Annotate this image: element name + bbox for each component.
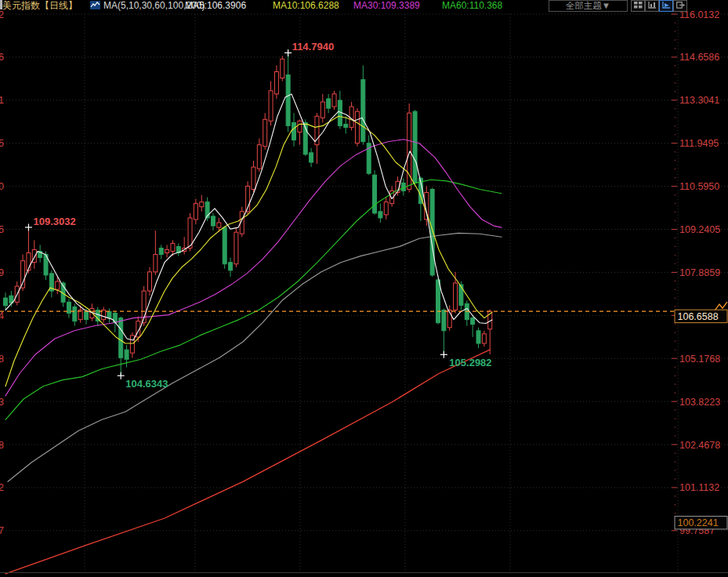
down-candle <box>67 299 71 318</box>
down-candle <box>229 258 233 277</box>
annotations: 109.3032114.7940104.6343105.2982 <box>25 41 492 390</box>
candle-body <box>384 202 388 215</box>
alert-price-label-value: 100.2241 <box>678 517 719 528</box>
extreme-marker-icon <box>25 223 32 230</box>
down-candle <box>211 213 215 230</box>
down-candle <box>310 148 313 167</box>
up-candle <box>148 267 152 296</box>
candle-body <box>476 331 480 343</box>
minor-tick <box>675 134 676 136</box>
minor-tick <box>675 151 676 153</box>
candle-body <box>332 94 336 107</box>
candle-body <box>148 272 152 291</box>
candle-body <box>281 59 284 78</box>
current-price-label: 106.6588 <box>675 310 727 323</box>
axis-label: 111.9495 <box>679 138 719 149</box>
down-candle <box>49 270 53 297</box>
axis-label: 105.1768 <box>679 354 720 365</box>
candle-body <box>85 312 89 320</box>
candlestick-chart[interactable]: 109.3032114.7940104.6343105.2982116.0132… <box>0 0 728 577</box>
candle-body <box>211 216 215 226</box>
down-candle <box>465 300 469 325</box>
down-candle <box>159 245 163 259</box>
up-candle <box>252 161 255 193</box>
down-candle <box>367 136 371 176</box>
theme-dropdown[interactable]: 全部主题▼ <box>549 0 628 12</box>
candle-body <box>56 281 60 289</box>
axis-label: 103.8223 <box>679 397 720 408</box>
axis-label: 113.3041 <box>679 95 719 106</box>
minor-tick <box>675 169 676 170</box>
candle-body <box>73 307 77 321</box>
minor-tick <box>675 22 676 24</box>
axis-label: 110.5950 <box>679 181 719 192</box>
candle-body <box>436 280 440 323</box>
minor-tick <box>675 383 676 385</box>
candle-body <box>119 318 123 358</box>
axis-label: 102.4678 <box>679 440 720 451</box>
candle-body <box>107 312 111 318</box>
minor-tick <box>675 246 676 248</box>
up-candle <box>269 82 273 126</box>
active-chart-panel-icon[interactable] <box>659 0 673 12</box>
axis-label-clipped: 99.7587 <box>0 525 4 536</box>
candle-body <box>350 107 353 127</box>
candle-body <box>159 248 163 254</box>
candle-body <box>442 310 446 330</box>
axis-label-clipped: 107.8859 <box>0 267 4 278</box>
minor-tick <box>675 212 676 213</box>
minor-tick <box>675 409 676 411</box>
candle-body <box>459 285 463 305</box>
minor-tick <box>675 255 676 256</box>
ma10-line <box>5 116 492 386</box>
current-price-label-value: 106.6588 <box>678 311 719 322</box>
candle-body <box>223 227 226 264</box>
axis-label: 114.6586 <box>679 52 719 63</box>
pop-out-window-icon[interactable] <box>673 0 687 12</box>
up-candle <box>281 56 284 81</box>
time-gridlines <box>85 14 678 572</box>
down-candle <box>38 245 42 262</box>
minor-tick <box>675 307 676 308</box>
minor-tick <box>675 323 676 325</box>
minor-tick <box>675 470 676 471</box>
up-candle <box>482 331 486 347</box>
minor-tick <box>675 177 676 179</box>
up-candle <box>332 91 336 110</box>
down-candle <box>327 94 331 113</box>
candle-body <box>413 111 417 183</box>
up-candle <box>350 102 353 130</box>
up-candle <box>407 103 411 192</box>
down-candle <box>73 303 77 325</box>
minor-tick <box>675 392 676 394</box>
candle-body <box>154 255 158 272</box>
minor-tick <box>675 39 676 41</box>
axis-label-clipped: 102.4678 <box>0 440 4 451</box>
new-chart-panel-icon[interactable] <box>645 0 659 12</box>
minor-tick <box>675 263 676 265</box>
up-candle <box>15 281 19 305</box>
down-candle <box>344 116 348 133</box>
axis-label-clipped: 106.5314 <box>0 310 4 321</box>
axis-label-clipped: 101.1132 <box>0 482 4 493</box>
minor-tick <box>675 504 676 506</box>
minor-tick <box>675 375 676 376</box>
candle-body <box>67 302 71 313</box>
down-candle <box>286 53 290 132</box>
up-candle <box>234 227 238 267</box>
high-annotation: 114.7940 <box>292 41 335 53</box>
axis-label: 101.1132 <box>679 482 719 493</box>
axis-label-clipped: 111.9495 <box>0 138 4 149</box>
minor-tick <box>675 160 676 161</box>
minor-tick <box>675 203 676 205</box>
up-candle <box>194 199 197 224</box>
candle-body <box>298 121 302 132</box>
axis-label-clipped: 110.5950 <box>0 181 4 192</box>
candle-body <box>217 223 221 227</box>
minor-tick <box>675 461 676 463</box>
layout-grid-icon[interactable] <box>631 0 645 12</box>
down-candle <box>107 308 111 322</box>
candle-body <box>482 334 486 343</box>
ma30-value: MA30:109.3389 <box>353 1 420 11</box>
instrument-title: 美元指数【日线】 <box>2 1 78 11</box>
